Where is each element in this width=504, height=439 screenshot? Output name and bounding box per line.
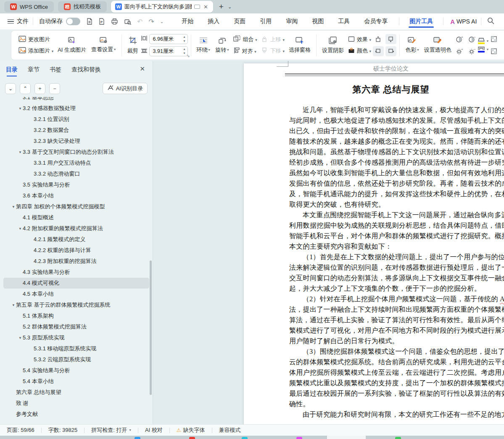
toc-item[interactable]: 4.2.2 权重的选择与计算 <box>3 245 149 256</box>
highlight-color-button[interactable]: ▾ <box>478 38 489 44</box>
toc-item[interactable]: 3.2.2 数据聚合 <box>3 125 149 136</box>
height-input[interactable]: 3.91厘米▴▾ <box>149 46 188 56</box>
app-tab-1[interactable]: 稻找稻壳模板 <box>58 1 107 12</box>
toc-collapse-arrow-icon[interactable]: ▼ <box>11 205 16 209</box>
print-preview-icon[interactable] <box>124 18 131 25</box>
menu-tab-6[interactable]: 工具 <box>331 14 357 29</box>
crop-button[interactable]: 裁剪 <box>125 35 141 55</box>
export-pdf-icon[interactable]: P <box>99 18 105 25</box>
set-shadow-button[interactable]: 设置阴影 <box>319 36 346 55</box>
search-icon[interactable] <box>487 17 494 26</box>
sidebar-tab-2[interactable]: 书签 <box>50 66 61 74</box>
sidebar-close-icon[interactable]: ✕ <box>140 65 145 73</box>
taskbar-app-icon[interactable] <box>296 437 302 439</box>
toc-item[interactable]: 3.3.1 用户交互活动特点 <box>3 158 149 168</box>
save-icon[interactable] <box>86 18 93 25</box>
toc-collapse-arrow-icon[interactable]: ▼ <box>11 303 16 307</box>
brightness-increase-icon[interactable]: + <box>454 46 465 56</box>
toc-item[interactable]: ▼4.2 附加权重的频繁模式挖掘算法 <box>3 223 149 234</box>
document-body[interactable]: 近几年，智能手机和可穿戴设备的快速发展，极大地提高了人们的生与此同时，也极大地促… <box>289 105 504 420</box>
contrast-decrease-icon[interactable]: − <box>467 34 478 44</box>
toc-item[interactable]: 4.5 本章小结 <box>3 289 149 300</box>
tab-close-icon[interactable]: ✕ <box>203 4 209 10</box>
toc-collapse-arrow-icon[interactable]: ▼ <box>18 107 23 110</box>
toc-item[interactable]: ▼3.2 传感器数据预处理 <box>3 103 149 114</box>
tab-picture-tools[interactable]: 图片工具 <box>404 14 439 29</box>
selection-pane-button[interactable]: 选择窗格 <box>286 36 313 55</box>
toc-collapse-arrow-icon[interactable]: ▼ <box>18 227 23 231</box>
change-picture-button[interactable]: 更改图片 <box>17 35 55 44</box>
sidebar-scrollbar[interactable] <box>150 260 152 395</box>
toc-zoom-in-button[interactable]: + <box>34 83 45 94</box>
autosave-toggle[interactable] <box>66 18 80 25</box>
menu-tab-0[interactable]: 开始 <box>174 14 201 29</box>
toc-item[interactable]: ▼5.3 原型系统实现 <box>3 332 149 343</box>
taskbar-app-icon[interactable] <box>189 437 195 439</box>
taskbar-active-app[interactable] <box>327 436 366 439</box>
app-tab-0[interactable]: WWPS Office <box>4 1 54 12</box>
toc-item[interactable]: ▼第五章 基于云的群体频繁模式挖掘系统 <box>3 300 149 310</box>
view-settings-button[interactable]: 查看设置 ▾ <box>89 36 119 54</box>
toc-item[interactable]: 3.6 本章小结 <box>3 190 149 201</box>
toc-item[interactable]: 3.2.1 位置识别 <box>3 114 149 125</box>
toc-item[interactable]: 3.3.2 动态滑动窗口 <box>3 168 149 179</box>
ai-recognize-toc-button[interactable]: AI识别目录 <box>103 83 148 94</box>
toc-zoom-out-button[interactable]: − <box>49 83 60 94</box>
redo-icon[interactable]: ↷ <box>148 18 154 26</box>
toc-item[interactable]: ▼3.3 基于交互时间窗口的动态分割算法 <box>3 147 149 158</box>
toc-item[interactable]: 参考文献 <box>3 409 149 420</box>
wps-ai-button[interactable]: A WPS AI <box>450 18 477 25</box>
sidebar-tab-3[interactable]: 查找和替换 <box>71 66 101 74</box>
dialog-launcher-icon[interactable]: ⇘ <box>186 53 190 58</box>
toc-item[interactable]: 3.5 实验结果与分析 <box>3 179 149 190</box>
taskbar-app-icon[interactable] <box>242 437 248 439</box>
ai-generate-picture-button[interactable]: AI 生成图片 <box>55 36 89 55</box>
contrast-increase-icon[interactable]: + <box>454 34 465 44</box>
group-button[interactable]: 组合 ▾ <box>232 34 259 44</box>
watermark-icon[interactable] <box>488 46 499 56</box>
toc-item[interactable]: 5.2 群体频繁模式挖掘算法 <box>3 321 149 332</box>
menu-tab-4[interactable]: 审阅 <box>279 14 305 29</box>
screen-share-icon[interactable] <box>194 5 200 9</box>
frame-color-button[interactable]: ▾ <box>478 46 489 53</box>
taskbar-app-icon[interactable] <box>395 437 401 439</box>
menu-tab-7[interactable]: 会员专享 <box>357 14 395 29</box>
texture-icon[interactable] <box>488 34 499 44</box>
menu-tab-5[interactable]: 视图 <box>305 14 331 29</box>
toc-item[interactable]: 4.3 实验结果与分析 <box>3 267 149 278</box>
picture-color-button[interactable]: 颜色 ▾ <box>346 46 373 55</box>
toc-expand-button[interactable]: ⌄ <box>5 83 16 94</box>
menu-tab-1[interactable]: 插入 <box>201 14 227 29</box>
file-menu[interactable]: 文件 <box>17 18 29 25</box>
taskbar-app-icon[interactable] <box>135 437 140 439</box>
toc-item[interactable]: 5.1 体系架构 <box>3 310 149 321</box>
toc-item[interactable]: 第六章 总结与展望 <box>3 387 149 398</box>
spellcheck-status[interactable]: 拼写检查: 打开▾ <box>84 426 138 434</box>
brightness-decrease-icon[interactable]: − <box>467 46 478 56</box>
bring-forward-icon[interactable] <box>373 34 384 44</box>
document-page[interactable]: 硕士学位论文 第六章 总结与展望 近几年，智能手机和可穿戴设备的快速发展，极大地… <box>244 63 504 424</box>
missing-font-warning[interactable]: ⚠缺失字体 <box>170 426 212 434</box>
wrap-right-icon[interactable] <box>385 46 396 56</box>
toc-item[interactable]: 5.3.2 云端原型系统实现 <box>3 354 149 365</box>
toc-item[interactable]: 5.3.1 移动端原型系统实现 <box>3 343 149 354</box>
hamburger-icon[interactable] <box>8 19 14 24</box>
effect-button[interactable]: 效果 ▾ <box>346 35 373 44</box>
toc-item[interactable]: 4.2.1 频繁模式的定义 <box>3 234 149 245</box>
toc-item[interactable]: ▼第四章 加权的个体频繁模式挖掘模型 <box>3 201 149 212</box>
wrap-text-button[interactable]: 环绕 ▾ <box>194 36 213 55</box>
menu-tab-3[interactable]: 引用 <box>253 14 279 29</box>
toc-item[interactable]: 3.1 基本思想 <box>3 97 149 103</box>
send-backward-icon[interactable] <box>385 34 396 44</box>
rotate-button[interactable]: 旋转 ▾ <box>213 36 232 55</box>
toc-collapse-button[interactable]: ⌃ <box>20 83 31 94</box>
toc-collapse-arrow-icon[interactable]: ▼ <box>18 336 23 340</box>
toc-item[interactable]: 5.4 实验结果与分析 <box>3 365 149 376</box>
sidebar-tab-1[interactable]: 章节 <box>28 66 40 74</box>
toc-item[interactable]: 4.4 模式可视化 <box>3 278 149 289</box>
toc-item[interactable]: 3.2.3 缺失记录处理 <box>3 136 149 147</box>
add-picture-button[interactable]: 添加图片 ▾ <box>17 46 55 55</box>
undo-icon[interactable]: ↶ <box>137 18 142 26</box>
document-tab[interactable]: W面向手机上下文的纵向多源数✕ <box>111 1 213 13</box>
new-tab-button[interactable]: + <box>219 2 224 11</box>
